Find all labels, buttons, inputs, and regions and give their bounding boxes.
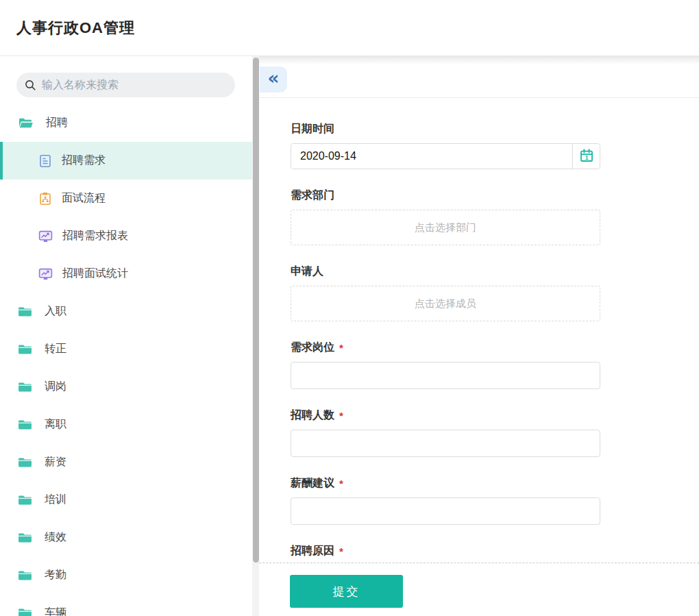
folder-icon (18, 494, 32, 506)
field-salary-suggestion: 薪酬建议* (291, 476, 699, 525)
sidebar-item-recruitment-interview-stats[interactable]: 招聘面试统计 (0, 255, 252, 293)
sidebar-item-label: 面试流程 (62, 191, 106, 206)
calendar-button[interactable]: 1 (572, 144, 600, 169)
sidebar-item-label: 薪资 (45, 455, 66, 469)
sidebar-item-label: 绩效 (45, 530, 66, 545)
field-label-date-time: 日期时间 (291, 122, 699, 136)
app-window: 人事行政OA管理 招聘招聘需求面试流程招聘需求报表招聘面试统计入职转正调岗离职薪… (0, 0, 699, 616)
sidebar-item-transfer[interactable]: 调岗 (0, 368, 252, 406)
page-title: 人事行政OA管理 (16, 18, 135, 38)
field-label-text: 需求岗位 (291, 341, 334, 355)
required-asterisk: * (339, 478, 343, 489)
form-area: 日期时间1需求部门点击选择部门申请人点击选择成员需求岗位*招聘人数*薪酬建议*招… (259, 98, 699, 563)
sidebar-item-label: 招聘需求 (62, 153, 106, 168)
date-input-group: 1 (291, 143, 600, 169)
sidebar-item-label: 调岗 (45, 380, 66, 394)
field-date-time: 日期时间1 (291, 122, 699, 169)
sidebar-tree: 招聘招聘需求面试流程招聘需求报表招聘面试统计入职转正调岗离职薪资培训绩效考勤车辆 (0, 104, 259, 616)
search-icon (25, 79, 36, 91)
sidebar-scrollbar-track[interactable] (252, 56, 259, 616)
sidebar-item-recruitment-demand[interactable]: 招聘需求 (0, 142, 252, 180)
sidebar: 招聘招聘需求面试流程招聘需求报表招聘面试统计入职转正调岗离职薪资培训绩效考勤车辆 (0, 56, 259, 616)
main-toolbar: « (259, 56, 699, 98)
sidebar-item-vehicle[interactable]: 车辆 (0, 594, 252, 616)
sidebar-item-interview-process[interactable]: 面试流程 (0, 180, 252, 217)
field-label-demand-position: 需求岗位* (291, 341, 699, 355)
sidebar-item-label: 离职 (45, 417, 66, 432)
demand-department-picker[interactable]: 点击选择部门 (291, 210, 600, 245)
submit-button[interactable]: 提交 (290, 575, 403, 608)
sidebar-item-label: 培训 (45, 493, 66, 507)
clipboard-flow-icon (38, 192, 52, 206)
folder-open-icon (18, 116, 34, 130)
field-label-salary-suggestion: 薪酬建议* (291, 476, 699, 491)
sidebar-item-label: 招聘需求报表 (62, 229, 128, 243)
sidebar-item-label: 转正 (45, 342, 66, 356)
monitor-chart-icon (38, 267, 53, 281)
field-label-text: 申请人 (291, 264, 323, 279)
date-time-input[interactable] (291, 144, 572, 169)
folder-icon (18, 343, 32, 355)
folder-icon (18, 569, 32, 581)
sidebar-item-label: 招聘 (46, 116, 68, 130)
folder-icon (18, 607, 32, 616)
sidebar-item-regularization[interactable]: 转正 (0, 330, 252, 368)
field-recruit-reason: 招聘原因* (291, 544, 699, 563)
sidebar-item-label: 招聘面试统计 (62, 267, 128, 281)
field-label-text: 日期时间 (291, 122, 334, 136)
folder-icon (18, 381, 32, 393)
sidebar-item-resignation[interactable]: 离职 (0, 406, 252, 443)
calendar-icon: 1 (579, 148, 594, 165)
collapse-sidebar-button[interactable]: « (260, 66, 287, 93)
folder-icon (18, 532, 32, 543)
chevrons-left-icon: « (268, 69, 280, 87)
sidebar-scrollbar-thumb[interactable] (253, 58, 259, 563)
required-asterisk: * (339, 545, 343, 557)
svg-text:1: 1 (585, 154, 588, 161)
field-recruit-count: 招聘人数* (291, 408, 699, 457)
demand-position-input[interactable] (291, 362, 600, 389)
field-label-text: 需求部门 (291, 188, 334, 203)
field-demand-department: 需求部门点击选择部门 (291, 188, 699, 245)
salary-suggestion-input[interactable] (291, 497, 600, 525)
folder-icon (18, 456, 32, 468)
recruit-count-input[interactable] (291, 430, 600, 457)
field-applicant: 申请人点击选择成员 (291, 264, 699, 321)
field-demand-position: 需求岗位* (291, 341, 699, 389)
search-input[interactable] (42, 79, 227, 91)
field-label-text: 招聘原因 (291, 544, 334, 558)
search-box[interactable] (16, 73, 235, 97)
field-label-text: 薪酬建议 (291, 476, 334, 491)
document-icon (38, 154, 52, 168)
sidebar-item-salary[interactable]: 薪资 (0, 443, 252, 481)
field-label-recruit-count: 招聘人数* (291, 408, 699, 423)
field-label-applicant: 申请人 (291, 264, 699, 279)
monitor-chart-icon (38, 230, 53, 243)
field-label-recruit-reason: 招聘原因* (291, 544, 699, 558)
folder-icon (18, 419, 32, 430)
sidebar-item-performance[interactable]: 绩效 (0, 519, 252, 556)
sidebar-item-recruitment-demand-report[interactable]: 招聘需求报表 (0, 217, 252, 255)
sidebar-item-training[interactable]: 培训 (0, 481, 252, 519)
field-label-demand-department: 需求部门 (291, 188, 699, 203)
sidebar-item-recruitment[interactable]: 招聘 (0, 104, 252, 142)
body-row: 招聘招聘需求面试流程招聘需求报表招聘面试统计入职转正调岗离职薪资培训绩效考勤车辆… (0, 56, 699, 616)
app-header: 人事行政OA管理 (0, 0, 699, 56)
required-asterisk: * (339, 410, 343, 421)
required-asterisk: * (339, 342, 343, 354)
field-label-text: 招聘人数 (291, 408, 334, 423)
sidebar-item-attendance[interactable]: 考勤 (0, 556, 252, 594)
sidebar-item-onboarding[interactable]: 入职 (0, 293, 252, 330)
main-panel: « 日期时间1需求部门点击选择部门申请人点击选择成员需求岗位*招聘人数*薪酬建议… (259, 56, 699, 616)
folder-icon (18, 306, 32, 317)
applicant-picker[interactable]: 点击选择成员 (291, 286, 600, 321)
sidebar-item-label: 考勤 (45, 568, 66, 582)
form-footer: 提交 (259, 563, 699, 616)
sidebar-item-label: 入职 (45, 304, 66, 319)
sidebar-item-label: 车辆 (45, 606, 66, 616)
